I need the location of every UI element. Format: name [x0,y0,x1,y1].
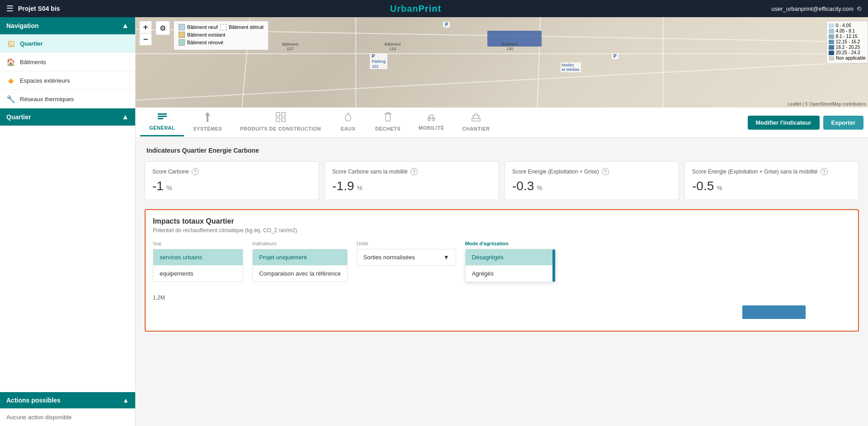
svg-marker-3 [205,112,210,122]
unite-control-group: Unité Sorties normalisées ▼ [357,241,456,266]
score-card-carbone: Score Carbone ? -1 % [145,161,319,200]
mode-label: Mode d'agrézation [465,241,556,246]
sidebar-item-espaces-label: Espaces extérieurs [20,77,70,84]
section-title: Indicateurs Quartier Energie Carbone [145,147,859,154]
tab-eaux-label: EAUX [341,126,356,131]
tab-dechets-icon [384,112,392,124]
sidebar-item-batiments[interactable]: 🏠 Bâtiments [0,53,135,71]
score-card-carbone-value: -1 % [152,179,311,193]
zoom-in-button[interactable]: + [140,21,151,33]
logo-print: Print [419,4,442,14]
actions-section: Actions possibles ▲ Aucune action dispon… [0,392,135,426]
logout-icon[interactable]: ⎋ [857,5,862,13]
indicateurs-option-list: Projet uniquement Comparaison avec la ré… [252,249,348,282]
navigation-chevron: ▲ [122,22,129,30]
tab-mobilite[interactable]: MOBILITÉ [410,108,453,136]
vue-option-services[interactable]: services urbains [153,249,243,266]
sidebar-item-quartier[interactable]: ◱ Quartier [0,34,135,53]
tab-produits-label: PRODUITS DE CONSTRUCTION [240,126,321,131]
score-card-carbone-mobilite-title: Score Carbone sans la mobilité ? [332,168,491,175]
score-card-energie-value: -0.3 % [512,179,671,193]
content-area: P PParking101 P Bâtiment127 Bâtiment119 … [136,17,868,426]
tab-produits-icon [276,112,286,124]
tab-general[interactable]: GÉNÉRAL [140,108,184,136]
quartier-icon: ◱ [6,39,15,48]
svg-rect-4 [276,112,280,116]
quartier-section-header[interactable]: Quartier ▲ [0,108,135,126]
sidebar-item-quartier-label: Quartier [20,40,43,47]
score-card-energie-mobilite-value: -0.5 % [692,179,851,193]
tab-chantier[interactable]: CHANTIER [453,108,499,137]
svg-rect-8 [386,114,390,121]
sidebar-item-reseaux[interactable]: 🔧 Réseaux thermiques [0,90,135,108]
indicateurs-option-comparaison[interactable]: Comparaison avec la référence [253,266,347,281]
unite-value: Sorties normalisées [363,254,415,261]
tab-dechets-label: DÉCHETS [375,126,401,131]
tab-general-label: GÉNÉRAL [149,125,175,131]
svg-rect-0 [158,113,167,115]
mode-dropdown: Désagrégés Agrégés [465,249,556,282]
score-card-carbone-mobilite-value: -1.9 % [332,179,491,193]
mode-option-desagreges[interactable]: Désagrégés [466,249,555,266]
svg-rect-1 [158,116,167,117]
quartier-chevron: ▲ [122,113,129,121]
menu-icon[interactable]: ☰ [6,4,14,14]
tab-eaux[interactable]: EAUX [330,108,366,137]
legend-existing-label: Bâtiment existant [187,32,225,37]
tabs-bar: GÉNÉRAL SYSTÈMES PRODUITS DE CONSTRUCTIO… [136,108,868,138]
project-title: Projet S04 bis [18,5,60,12]
score-energie-mobilite-info-icon[interactable]: ? [821,168,828,175]
tab-chantier-icon [471,112,481,124]
navigation-label: Navigation [6,22,39,29]
mode-option-agreges[interactable]: Agrégés [466,266,555,282]
tab-chantier-label: CHANTIER [462,126,490,131]
sidebar: Navigation ▲ ◱ Quartier 🏠 Bâtiments ◆ Es… [0,17,136,426]
score-carbone-info-icon[interactable]: ? [192,168,199,175]
map-settings-button[interactable]: ⚙ [156,21,170,35]
impacts-controls: Vue services urbains equipements Indicat… [153,241,851,282]
sidebar-item-espaces[interactable]: ◆ Espaces extérieurs [0,71,135,90]
score-cards: Score Carbone ? -1 % Score Carbone sans … [145,161,859,200]
chart-area: 1.2M [153,290,851,323]
tab-dechets[interactable]: DÉCHETS [366,108,410,137]
map-controls: + − [139,21,152,46]
topbar: ☰ Projet S04 bis UrbanPrint user_urbanpr… [0,0,868,17]
sidebar-item-reseaux-label: Réseaux thermiques [20,96,74,103]
legend-new-label: Bâtiment neuf [187,24,218,30]
score-carbone-mobilite-info-icon[interactable]: ? [410,168,418,175]
navigation-header[interactable]: Navigation ▲ [0,17,135,34]
unite-label: Unité [357,241,456,246]
svg-rect-5 [282,112,285,116]
chart-yval: 1.2M [153,295,165,301]
actions-header[interactable]: Actions possibles ▲ [0,392,135,408]
legend-existing-box [179,32,185,38]
quartier-section-label: Quartier [6,113,31,121]
tab-systemes-label: SYSTÈMES [193,126,222,131]
tab-systemes[interactable]: SYSTÈMES [184,108,231,137]
vue-control-group: Vue services urbains equipements [153,241,243,282]
topbar-left: ☰ Projet S04 bis [6,4,60,14]
legend-destroyed-label: Bâtiment détruit [229,24,264,30]
score-card-energie-mobilite: Score Energie (Exploitation + Grise) san… [684,161,859,200]
vue-label: Vue [153,241,243,246]
indicateurs-option-projet[interactable]: Projet uniquement [253,249,347,266]
impacts-section: Impacts totaux Quartier Potentiel de réc… [145,209,859,332]
settings-icon: ⚙ [160,24,166,33]
indicateurs-control-group: Indicateurs Projet uniquement Comparaiso… [252,241,348,282]
exporter-button[interactable]: Exporter [823,116,863,130]
unite-select[interactable]: Sorties normalisées ▼ [357,249,456,266]
score-card-energie-mobilite-title: Score Energie (Exploitation + Grise) san… [692,168,851,175]
main-layout: Navigation ▲ ◱ Quartier 🏠 Bâtiments ◆ Es… [0,17,868,426]
tab-produits[interactable]: PRODUITS DE CONSTRUCTION [231,108,330,137]
legend-destroyed-box [220,24,226,30]
user-email: user_urbanprint@efficacity.com [771,5,854,12]
map-area: P PParking101 P Bâtiment127 Bâtiment119 … [136,17,868,108]
tab-systemes-icon [204,112,211,124]
score-card-carbone-title: Score Carbone ? [152,168,311,175]
zoom-out-button[interactable]: − [140,33,151,45]
modifier-indicateur-button[interactable]: Modifier l'indicateur [748,116,820,130]
score-energie-info-icon[interactable]: ? [602,168,609,175]
vue-option-equipements[interactable]: equipements [153,266,243,281]
legend-renovated-box [179,39,185,46]
indicateurs-label: Indicateurs [252,241,348,246]
